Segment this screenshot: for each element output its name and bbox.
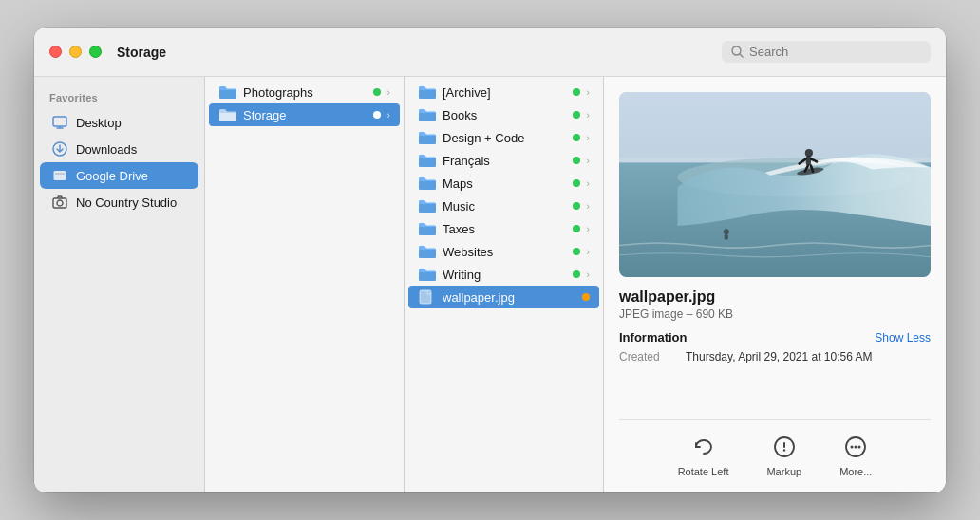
chevron-icon: › bbox=[586, 246, 590, 257]
svg-rect-2 bbox=[53, 117, 66, 126]
svg-point-18 bbox=[805, 149, 813, 157]
close-button[interactable] bbox=[49, 46, 62, 58]
meta-created-row: Created Thursday, April 29, 2021 at 10:5… bbox=[619, 350, 931, 363]
sync-dot bbox=[573, 157, 580, 164]
folder-icon bbox=[218, 84, 237, 100]
preview-pane: wallpaper.jpg JPEG image – 690 KB Inform… bbox=[604, 77, 946, 492]
sync-dot bbox=[573, 88, 580, 96]
folder-name: Music bbox=[443, 199, 567, 214]
show-less-button[interactable]: Show Less bbox=[875, 331, 931, 344]
markup-icon bbox=[769, 432, 800, 462]
folder-icon bbox=[418, 244, 437, 259]
search-bar[interactable] bbox=[722, 41, 931, 63]
folder-icon bbox=[418, 267, 437, 282]
list-item[interactable]: Taxes › bbox=[408, 217, 599, 240]
maximize-button[interactable] bbox=[89, 46, 102, 58]
search-input[interactable] bbox=[749, 45, 921, 59]
list-item[interactable]: Books › bbox=[408, 103, 599, 126]
meta-key-created: Created bbox=[619, 350, 686, 363]
folder-name: Design + Code bbox=[443, 131, 567, 145]
sync-dot bbox=[573, 111, 580, 119]
markup-button[interactable]: Markup bbox=[766, 432, 801, 477]
sync-dot bbox=[573, 248, 580, 255]
sidebar-item-desktop[interactable]: Desktop bbox=[40, 109, 198, 136]
content-area: Favorites Desktop bbox=[34, 77, 946, 492]
folder-name: Photographs bbox=[243, 85, 368, 100]
sync-dot bbox=[573, 179, 580, 187]
folder-icon bbox=[418, 198, 437, 214]
window-title: Storage bbox=[117, 45, 722, 60]
preview-image bbox=[619, 92, 931, 277]
folder-name: Français bbox=[443, 154, 567, 168]
chevron-icon: › bbox=[386, 86, 390, 98]
sync-dot bbox=[373, 111, 381, 119]
downloads-icon bbox=[51, 140, 68, 158]
sidebar-section-favorites: Favorites bbox=[34, 88, 204, 109]
chevron-icon: › bbox=[586, 109, 590, 121]
sync-dot bbox=[573, 270, 580, 278]
list-item[interactable]: Music › bbox=[408, 195, 599, 217]
sync-dot bbox=[373, 88, 381, 96]
titlebar: Storage bbox=[34, 28, 946, 77]
folder-icon bbox=[418, 176, 437, 191]
folder-icon bbox=[418, 130, 437, 145]
sidebar-item-downloads-label: Downloads bbox=[76, 142, 137, 157]
search-icon bbox=[731, 46, 744, 58]
more-icon bbox=[840, 432, 871, 462]
list-item[interactable]: Writing › bbox=[408, 263, 599, 286]
folder-name: Storage bbox=[243, 108, 368, 122]
list-item[interactable]: Design + Code › bbox=[408, 126, 599, 149]
camera-icon bbox=[51, 194, 68, 211]
folder-icon bbox=[218, 107, 237, 122]
rotate-left-label: Rotate Left bbox=[678, 466, 729, 477]
chevron-icon: › bbox=[586, 155, 590, 166]
rotate-left-button[interactable]: Rotate Left bbox=[678, 432, 729, 477]
list-item[interactable]: Websites › bbox=[408, 240, 599, 263]
svg-point-27 bbox=[783, 449, 785, 451]
list-item[interactable]: Français › bbox=[408, 149, 599, 172]
chevron-icon: › bbox=[586, 223, 590, 234]
info-label: Information bbox=[619, 330, 688, 344]
list-item[interactable]: [Archive] › bbox=[408, 81, 599, 103]
minimize-button[interactable] bbox=[69, 46, 82, 58]
folder-name: [Archive] bbox=[443, 85, 567, 100]
list-item[interactable]: wallpaper.jpg bbox=[408, 286, 599, 308]
sync-dot bbox=[582, 293, 590, 301]
list-item[interactable]: Maps › bbox=[408, 172, 599, 195]
chevron-icon: › bbox=[586, 200, 590, 212]
sync-dot bbox=[573, 134, 580, 141]
sidebar-item-downloads[interactable]: Downloads bbox=[40, 136, 198, 162]
sidebar-item-google-drive[interactable]: Google Drive bbox=[40, 162, 198, 189]
chevron-icon: › bbox=[586, 132, 590, 143]
sidebar-item-no-country-studio[interactable]: No Country Studio bbox=[40, 189, 198, 215]
sidebar-item-google-drive-label: Google Drive bbox=[76, 169, 148, 183]
markup-label: Markup bbox=[766, 466, 801, 477]
svg-point-23 bbox=[724, 229, 729, 234]
folder-icon bbox=[418, 107, 437, 122]
preview-toolbar: Rotate Left Markup bbox=[619, 419, 931, 477]
chevron-icon: › bbox=[586, 86, 590, 98]
meta-val-created: Thursday, April 29, 2021 at 10:56 AM bbox=[686, 350, 873, 363]
svg-rect-24 bbox=[725, 234, 728, 239]
finder-window: Storage Favorites Desktop bbox=[34, 28, 946, 492]
svg-point-31 bbox=[858, 446, 861, 449]
folder-name: Books bbox=[443, 108, 567, 122]
svg-rect-11 bbox=[420, 290, 431, 304]
drive-icon bbox=[51, 167, 68, 184]
more-button[interactable]: More... bbox=[839, 432, 872, 477]
svg-rect-7 bbox=[54, 171, 66, 180]
preview-filename: wallpaper.jpg bbox=[619, 288, 931, 306]
sync-dot bbox=[573, 225, 580, 232]
columns-area: Photographs › Storage › bbox=[205, 77, 946, 492]
svg-point-30 bbox=[855, 446, 858, 449]
folder-name: Maps bbox=[443, 176, 567, 191]
chevron-icon: › bbox=[386, 109, 390, 121]
list-item[interactable]: Storage › bbox=[209, 103, 400, 126]
svg-line-1 bbox=[740, 54, 743, 57]
folder-icon bbox=[418, 84, 437, 100]
list-item[interactable]: Photographs › bbox=[209, 81, 400, 103]
sidebar-item-desktop-label: Desktop bbox=[76, 116, 122, 130]
file-icon bbox=[418, 289, 437, 305]
svg-point-10 bbox=[57, 200, 63, 206]
preview-subtitle: JPEG image – 690 KB bbox=[619, 307, 931, 321]
